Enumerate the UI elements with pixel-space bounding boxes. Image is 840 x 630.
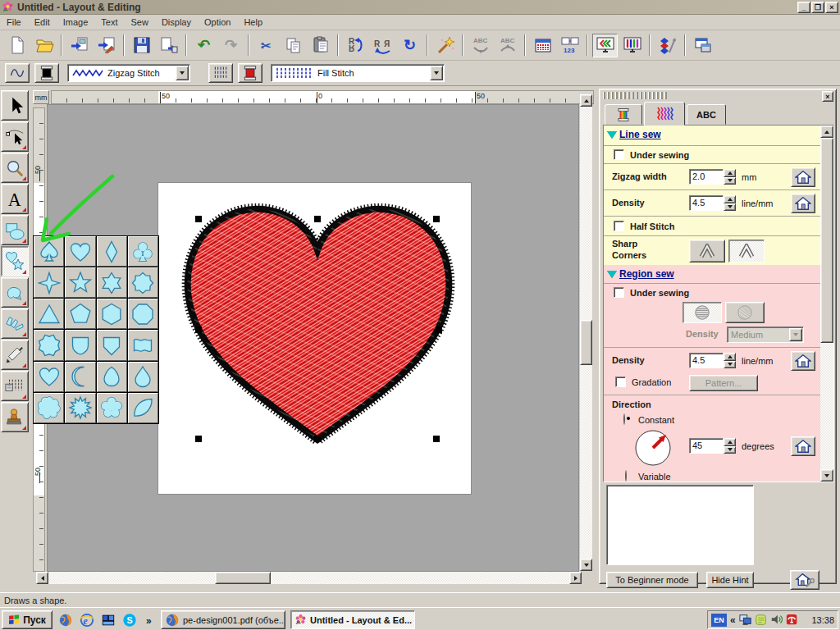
panel-scroll-down-button[interactable] <box>820 469 833 482</box>
tray-volume-icon[interactable] <box>770 614 783 627</box>
new-button[interactable] <box>4 34 30 57</box>
region-under-sewing-checkbox[interactable] <box>614 287 624 298</box>
zigzag-width-value[interactable]: 2.0 <box>689 169 724 185</box>
line-density-up-button[interactable] <box>724 195 736 203</box>
tool-shape-draw[interactable] <box>1 246 29 276</box>
card-write-button[interactable] <box>156 34 181 57</box>
quick-launch-skype[interactable]: S <box>121 612 138 628</box>
tray-display-icon[interactable] <box>739 614 752 627</box>
minimize-button[interactable]: _ <box>797 2 810 13</box>
sharp-corner-on-button[interactable] <box>728 240 765 262</box>
shape-moon[interactable] <box>65 362 95 392</box>
zigzag-width-default-button[interactable] <box>791 167 815 187</box>
refine-wand-button[interactable] <box>432 34 458 57</box>
region-density-default-button[interactable] <box>791 351 815 371</box>
card-import-button[interactable] <box>66 34 92 57</box>
tray-notes-icon[interactable] <box>755 614 768 627</box>
half-stitch-checkbox[interactable] <box>614 221 624 231</box>
panel-scroll-thumb[interactable] <box>820 138 833 343</box>
line-sew-header[interactable]: Line sew <box>607 127 661 142</box>
shape-frame[interactable] <box>34 330 64 360</box>
tray-avira-icon[interactable] <box>786 614 799 627</box>
vscroll-up-button[interactable] <box>580 94 592 107</box>
selection-handle-s[interactable] <box>314 436 321 442</box>
degrees-up-button[interactable] <box>724 438 736 446</box>
language-indicator[interactable]: EN <box>711 614 727 627</box>
shape-octagon[interactable] <box>128 299 158 329</box>
region-density-up-button[interactable] <box>724 353 736 361</box>
canvas-hscrollbar[interactable] <box>36 572 582 584</box>
shape-egg[interactable] <box>97 362 127 392</box>
redo-button[interactable]: ↷ <box>218 34 244 57</box>
degrees-down-button[interactable] <box>724 446 736 454</box>
clock[interactable]: 13:38 <box>811 615 834 625</box>
paste-button[interactable] <box>308 34 333 57</box>
under-sewing-pattern1-button[interactable] <box>682 302 722 323</box>
shape-pentagon[interactable] <box>65 299 95 329</box>
direction-constant-radio[interactable] <box>623 413 625 425</box>
tool-zoom[interactable] <box>1 153 29 183</box>
shape-star-6[interactable] <box>97 267 127 298</box>
menu-help[interactable]: Help <box>237 16 269 29</box>
direction-default-button[interactable] <box>791 436 815 456</box>
selection-handle-e[interactable] <box>436 326 442 333</box>
quick-launch-media-player[interactable] <box>100 612 116 628</box>
canvas-vscrollbar[interactable] <box>580 94 592 571</box>
menu-edit[interactable]: Edit <box>28 16 57 29</box>
mirror-vertical-button[interactable]: RR <box>343 34 368 57</box>
thread-chart-button[interactable] <box>530 34 555 57</box>
under-density-combo[interactable]: Medium <box>727 326 804 343</box>
shape-club[interactable] <box>128 236 158 267</box>
start-button[interactable]: Пуск <box>2 610 52 629</box>
text-transform-button[interactable]: ABC <box>495 34 520 57</box>
panel-close-button[interactable]: × <box>822 91 833 102</box>
tool-point-edit[interactable] <box>1 121 29 152</box>
shape-heart[interactable] <box>34 362 64 392</box>
vscroll-thumb[interactable] <box>580 320 592 365</box>
tool-outline-draw[interactable] <box>1 277 29 308</box>
tray-collapse-chevron[interactable]: « <box>730 615 736 625</box>
heart-shape[interactable] <box>188 209 450 440</box>
region-stitch-combo-arrow[interactable] <box>430 66 443 80</box>
tool-stamp[interactable] <box>1 402 29 432</box>
under-sewing-pattern2-button[interactable] <box>725 302 765 323</box>
cut-button[interactable]: ✂ <box>253 34 279 57</box>
shape-triangle[interactable] <box>34 299 64 329</box>
under-density-combo-arrow[interactable] <box>789 328 802 341</box>
undo-button[interactable]: ↶ <box>191 34 217 57</box>
shape-star-5[interactable] <box>65 267 95 298</box>
selection-handle-se[interactable] <box>433 436 440 442</box>
line-density-default-button[interactable] <box>791 194 815 213</box>
selection-handle-sw[interactable] <box>195 436 202 442</box>
line-density-down-button[interactable] <box>724 203 736 212</box>
to-beginner-mode-button[interactable]: To Beginner mode <box>606 572 698 588</box>
tool-stitch-display[interactable] <box>1 371 29 401</box>
panel-scrollbar[interactable] <box>820 126 833 482</box>
hide-hint-button[interactable]: Hide Hint <box>706 572 754 588</box>
shape-shield-round[interactable] <box>65 330 95 360</box>
copy-button[interactable] <box>281 34 306 57</box>
menu-display[interactable]: Display <box>155 16 198 29</box>
save-button[interactable] <box>129 34 154 57</box>
line-density-value[interactable]: 4.5 <box>689 195 724 211</box>
task-button-2[interactable]: Untitled - Layout & Ed... <box>290 610 415 629</box>
selection-handle-n[interactable] <box>314 216 321 222</box>
shape-cloud[interactable] <box>34 393 64 423</box>
direction-degrees-value[interactable]: 45 <box>689 438 724 454</box>
hscroll-right-button[interactable] <box>569 572 582 584</box>
sharp-corner-off-button[interactable] <box>689 240 725 262</box>
shape-flag[interactable] <box>128 330 158 360</box>
shape-heart-outline[interactable] <box>65 236 95 267</box>
rotate-button[interactable]: ↻ <box>397 34 422 57</box>
shape-hexagon[interactable] <box>97 299 127 329</box>
region-color-button[interactable] <box>238 63 262 83</box>
selection-handle-ne[interactable] <box>433 216 440 222</box>
heart-object[interactable] <box>161 185 476 455</box>
panel-scroll-up-button[interactable] <box>820 126 833 138</box>
tab-thread-color[interactable] <box>605 104 642 125</box>
float-window-button[interactable] <box>690 34 715 57</box>
shape-star-4[interactable] <box>34 267 64 298</box>
gradation-checkbox[interactable] <box>615 377 626 387</box>
menu-text[interactable]: Text <box>94 16 124 29</box>
image-import-button[interactable] <box>94 34 119 57</box>
